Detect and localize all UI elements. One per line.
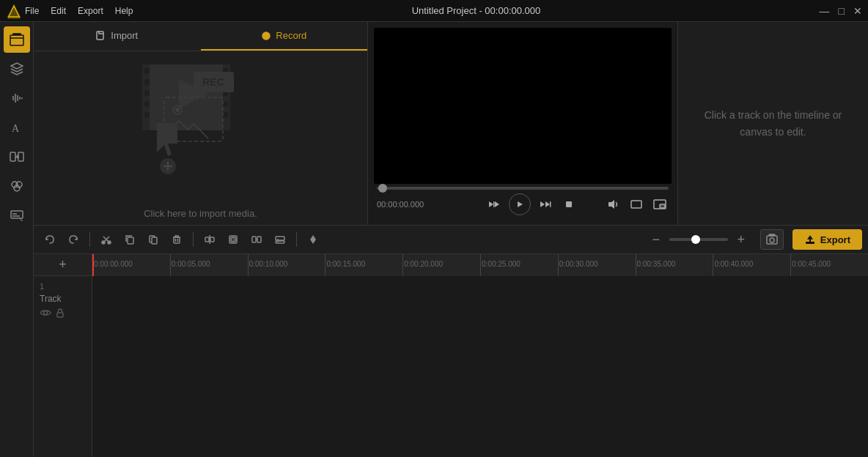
stop-button[interactable] [560, 196, 578, 213]
zoom-in-button[interactable]: + [731, 229, 751, 250]
timeline-header: + 0:00:00.0000:00:05.0000:00:10.0000:00:… [34, 254, 868, 276]
ruler-mark: 0:00:00.000 [94, 260, 133, 268]
ruler-line [248, 254, 249, 276]
sidebar-item-transitions[interactable] [4, 144, 30, 170]
svg-point-80 [770, 238, 774, 242]
marker-button[interactable] [303, 229, 323, 250]
svg-point-83 [44, 311, 48, 315]
fullscreen-button[interactable] [628, 196, 645, 213]
split-button[interactable] [199, 229, 220, 250]
track-lock-icon[interactable] [54, 307, 66, 319]
svg-rect-55 [631, 201, 641, 208]
ruler-line [558, 254, 559, 276]
edit-panel: Click a track on the timeline or canvas … [677, 22, 868, 225]
toolbar: − + Expor [34, 225, 868, 254]
pip-button[interactable] [651, 196, 669, 213]
media-import-area[interactable]: REC Click [34, 51, 367, 225]
import-graphic: REC [128, 57, 274, 196]
window-title: Untitled Project - 00:00:00.000 [133, 5, 819, 16]
ruler-mark: 0:00:25.000 [482, 260, 521, 268]
svg-rect-79 [769, 234, 775, 236]
svg-rect-53 [566, 201, 572, 207]
time-current: 00:00:00.000 [377, 200, 424, 209]
sidebar-item-captions[interactable] [4, 202, 30, 228]
timeline-body: 1 Track [34, 276, 868, 457]
media-tabs: Import Record [34, 22, 367, 51]
trim-button[interactable] [246, 229, 267, 250]
svg-rect-63 [174, 237, 180, 243]
sidebar-item-text[interactable]: A [4, 114, 30, 141]
track-labels: 1 Track [34, 276, 92, 457]
menu-export[interactable]: Export [78, 6, 103, 16]
svg-text:A: A [12, 123, 20, 134]
maximize-button[interactable]: □ [839, 5, 845, 17]
top-section: Import Record [34, 22, 868, 225]
menu-bar: File Edit Export Help [25, 6, 133, 16]
svg-rect-70 [231, 237, 235, 242]
zoom-slider[interactable] [669, 238, 728, 241]
svg-marker-54 [608, 200, 614, 209]
svg-rect-60 [128, 237, 133, 244]
skip-back-button[interactable] [485, 196, 503, 213]
ruler-line [713, 254, 713, 276]
media-panel: Import Record [34, 22, 368, 225]
svg-point-58 [102, 241, 105, 244]
ruler-line [480, 254, 481, 276]
export-button[interactable]: Export [792, 229, 862, 250]
sidebar: A [0, 22, 34, 457]
app-logo [6, 3, 22, 19]
svg-rect-47 [493, 201, 495, 207]
import-hint-text: Click here to import media. [144, 208, 257, 219]
track-name: Track [40, 294, 86, 304]
copy-button[interactable] [119, 229, 140, 250]
detach-audio-button[interactable] [270, 229, 290, 250]
snapshot-button[interactable] [760, 229, 784, 250]
svg-rect-68 [210, 237, 214, 242]
delete-button[interactable] [166, 229, 187, 250]
title-bar: File Edit Export Help Untitled Project -… [0, 0, 868, 22]
svg-rect-29 [144, 112, 150, 118]
cut-button[interactable] [96, 229, 117, 250]
menu-file[interactable]: File [25, 6, 39, 16]
svg-rect-52 [550, 201, 551, 207]
tab-record[interactable]: Record [201, 22, 368, 51]
edit-hint-text: Click a track on the timeline or canvas … [693, 107, 853, 140]
add-track-button[interactable]: + [34, 254, 92, 276]
video-canvas[interactable] [374, 28, 672, 184]
sidebar-item-effects[interactable] [4, 173, 30, 199]
undo-button[interactable] [40, 229, 60, 250]
playhead[interactable] [92, 254, 94, 276]
skip-forward-button[interactable] [537, 196, 554, 213]
crop-button[interactable] [223, 229, 243, 250]
zoom-out-button[interactable]: − [646, 229, 666, 250]
svg-rect-84 [57, 313, 63, 317]
track-area[interactable] [92, 276, 868, 457]
track-icons [40, 307, 86, 319]
minimize-button[interactable]: — [820, 5, 830, 17]
menu-help[interactable]: Help [115, 6, 133, 16]
svg-marker-51 [545, 201, 550, 207]
timeline: + 0:00:00.0000:00:05.0000:00:10.0000:00:… [34, 254, 868, 457]
ruler-mark: 0:00:30.000 [559, 260, 598, 268]
tab-import[interactable]: Import [34, 22, 201, 51]
zoom-control: − + [646, 229, 751, 250]
close-button[interactable]: ✕ [853, 5, 862, 17]
volume-button[interactable] [604, 196, 622, 213]
svg-rect-71 [252, 237, 256, 242]
ruler-line [325, 254, 326, 276]
sidebar-item-media[interactable] [4, 26, 30, 53]
play-button[interactable] [509, 193, 531, 215]
paste-linked-button[interactable] [143, 229, 163, 250]
svg-marker-46 [489, 201, 493, 207]
svg-point-40 [175, 108, 180, 112]
svg-text:REC: REC [202, 76, 224, 88]
menu-edit[interactable]: Edit [51, 6, 66, 16]
svg-rect-23 [142, 64, 150, 130]
track-visibility-icon[interactable] [40, 307, 51, 319]
redo-button[interactable] [63, 229, 84, 250]
sidebar-item-layers[interactable] [4, 56, 30, 82]
timeline-scrubber[interactable] [377, 187, 669, 190]
sidebar-item-audio[interactable] [4, 85, 30, 111]
toolbar-separator-3 [296, 232, 297, 247]
ruler-mark: 0:00:20.000 [404, 260, 443, 268]
